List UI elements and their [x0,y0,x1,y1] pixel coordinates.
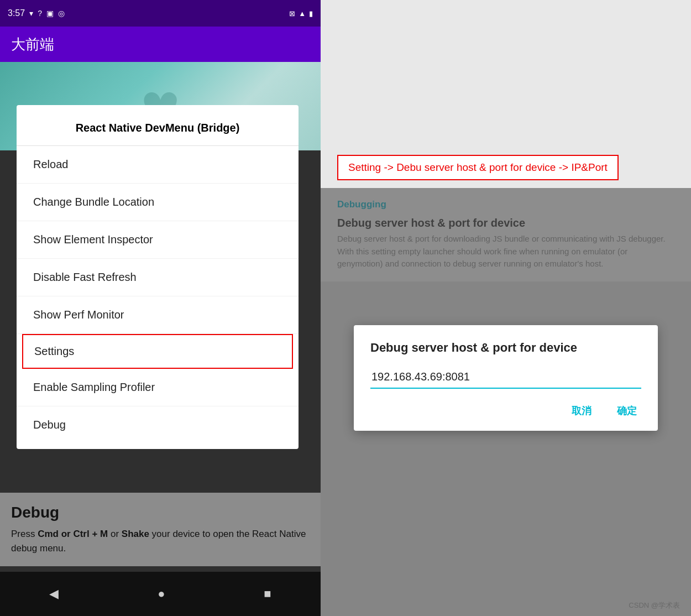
dialog-input-container [370,368,641,389]
dev-menu-modal: React Native DevMenu (Bridge) Reload Cha… [17,105,299,449]
server-address-input[interactable] [370,368,641,388]
wifi-icon: ▾ [29,9,33,18]
status-bar: 3:57 ▾ ? ▣ ◎ ⊠ ▲ ▮ [0,0,321,27]
menu-item-perf-monitor[interactable]: Show Perf Monitor [17,296,299,334]
menu-item-reload[interactable]: Reload [17,146,299,184]
bottom-nav-bar: ◀ ● ■ [0,572,321,616]
dialog-actions: 取消 确定 [370,402,641,420]
menu-item-sampling-profiler[interactable]: Enable Sampling Profiler [17,369,299,406]
wifi-off-icon: ⊠ [289,9,295,18]
menu-item-settings[interactable]: Settings [22,334,293,369]
app-title: 大前端 [11,35,54,54]
status-time: 3:57 [8,8,25,18]
back-button[interactable]: ◀ [49,587,59,601]
right-panel: Setting -> Debu server host & port for d… [321,0,691,616]
circle-icon: ◎ [58,9,65,18]
menu-item-change-bundle[interactable]: Change Bundle Location [17,184,299,221]
home-button[interactable]: ● [158,587,165,601]
signal-icon: ▲ [299,9,306,18]
dev-menu-title: React Native DevMenu (Bridge) [17,116,299,146]
menu-item-fast-refresh[interactable]: Disable Fast Refresh [17,259,299,296]
dialog-title: Debug server host & port for device [370,341,641,355]
sim-icon: ▣ [46,9,54,18]
dialog-confirm-button[interactable]: 确定 [613,402,641,420]
battery-icon: ▮ [309,9,313,18]
annotation-box: Setting -> Debu server host & port for d… [337,155,619,180]
annotation-text: Setting -> Debu server host & port for d… [348,161,608,173]
status-bar-right: ⊠ ▲ ▮ [289,9,313,18]
debug-server-dialog: Debug server host & port for device 取消 确… [354,325,658,431]
app-bar: 大前端 [0,27,321,62]
status-bar-left: 3:57 ▾ ? ▣ ◎ [8,8,65,18]
left-panel: 3:57 ▾ ? ▣ ◎ ⊠ ▲ ▮ 大前端 ♥ React Native De… [0,0,321,616]
menu-item-element-inspector[interactable]: Show Element Inspector [17,221,299,259]
recents-button[interactable]: ■ [264,587,271,601]
dialog-cancel-button[interactable]: 取消 [567,402,596,420]
question-icon: ? [38,9,42,18]
menu-item-debug[interactable]: Debug [17,406,299,443]
